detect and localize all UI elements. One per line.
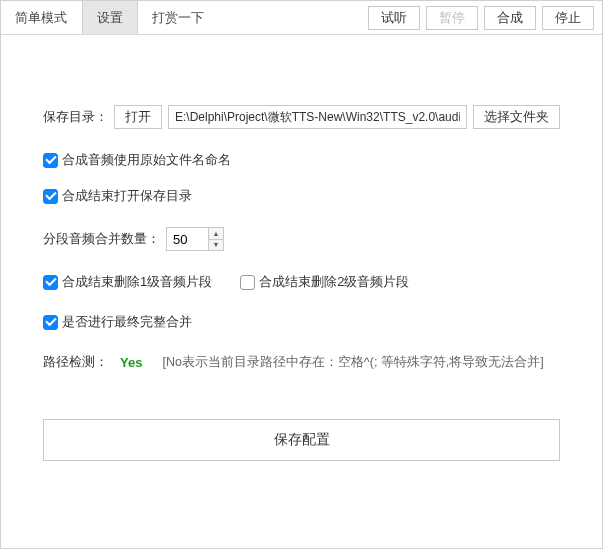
spinner-down-button[interactable]: ▼ [209, 240, 223, 251]
settings-panel: 保存目录： 打开 选择文件夹 合成音频使用原始文件名命名 合成结束打开保存目录 … [1, 35, 602, 548]
segment-merge-spinner[interactable]: ▲ ▼ [166, 227, 224, 251]
checkbox-open-dir-after[interactable]: 合成结束打开保存目录 [43, 187, 192, 205]
check-icon [43, 189, 58, 204]
tab-simple-mode[interactable]: 简单模式 [1, 1, 82, 34]
tab-donate[interactable]: 打赏一下 [138, 1, 219, 34]
row-segment-merge: 分段音频合并数量： ▲ ▼ [43, 227, 560, 251]
segment-merge-label: 分段音频合并数量： [43, 230, 160, 248]
spinner-up-button[interactable]: ▲ [209, 228, 223, 240]
save-dir-row: 保存目录： 打开 选择文件夹 [43, 105, 560, 129]
row-open-dir-after: 合成结束打开保存目录 [43, 187, 560, 205]
checkbox-label: 合成音频使用原始文件名命名 [62, 151, 231, 169]
open-dir-button[interactable]: 打开 [114, 105, 162, 129]
path-check-label: 路径检测： [43, 353, 108, 371]
save-config-button[interactable]: 保存配置 [43, 419, 560, 461]
segment-merge-input[interactable] [166, 227, 208, 251]
choose-folder-button[interactable]: 选择文件夹 [473, 105, 560, 129]
save-dir-label: 保存目录： [43, 108, 108, 126]
checkbox-label: 合成结束删除1级音频片段 [62, 273, 212, 291]
checkbox-final-merge[interactable]: 是否进行最终完整合并 [43, 313, 192, 331]
row-path-check: 路径检测： Yes [No表示当前目录路径中存在：空格^(; 等特殊字符,将导致… [43, 353, 560, 371]
check-icon [43, 275, 58, 290]
row-delete-segments: 合成结束删除1级音频片段 合成结束删除2级音频片段 [43, 273, 560, 291]
checkbox-label: 合成结束打开保存目录 [62, 187, 192, 205]
tabs: 简单模式 设置 打赏一下 [1, 1, 219, 34]
save-dir-input[interactable] [168, 105, 467, 129]
checkbox-label: 是否进行最终完整合并 [62, 313, 192, 331]
stop-button[interactable]: 停止 [542, 6, 594, 30]
pause-button[interactable]: 暂停 [426, 6, 478, 30]
check-icon [43, 315, 58, 330]
path-check-hint: [No表示当前目录路径中存在：空格^(; 等特殊字符,将导致无法合并] [162, 354, 543, 371]
path-check-value: Yes [120, 355, 142, 370]
app-window: 简单模式 设置 打赏一下 试听 暂停 合成 停止 保存目录： 打开 选择文件夹 … [0, 0, 603, 549]
checkbox-empty-icon [240, 275, 255, 290]
tab-settings[interactable]: 设置 [82, 1, 138, 34]
spinner-buttons: ▲ ▼ [208, 227, 224, 251]
row-final-merge: 是否进行最终完整合并 [43, 313, 560, 331]
checkbox-label: 合成结束删除2级音频片段 [259, 273, 409, 291]
row-use-original-name: 合成音频使用原始文件名命名 [43, 151, 560, 169]
synthesize-button[interactable]: 合成 [484, 6, 536, 30]
checkbox-delete-level2[interactable]: 合成结束删除2级音频片段 [240, 273, 409, 291]
top-buttons: 试听 暂停 合成 停止 [368, 1, 602, 34]
checkbox-use-original-name[interactable]: 合成音频使用原始文件名命名 [43, 151, 231, 169]
check-icon [43, 153, 58, 168]
preview-button[interactable]: 试听 [368, 6, 420, 30]
checkbox-delete-level1[interactable]: 合成结束删除1级音频片段 [43, 273, 212, 291]
top-bar: 简单模式 设置 打赏一下 试听 暂停 合成 停止 [1, 1, 602, 35]
